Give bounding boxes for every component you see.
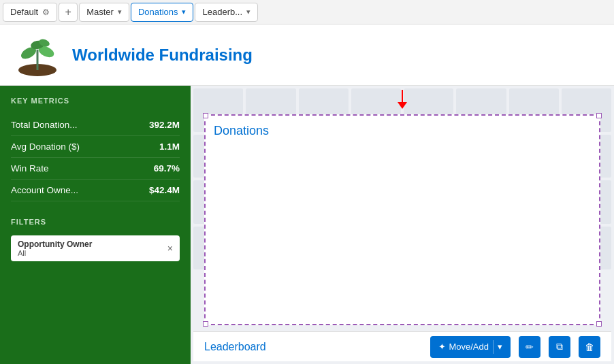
tab-master-label: Master [86,7,114,17]
filter-label: Opportunity Owner [18,239,92,249]
filter-chip-opportunity-owner: Opportunity Owner All × [11,235,180,261]
chevron-down-icon: ▾ [182,7,186,16]
donations-widget-wrapper: Donations [199,109,606,328]
right-panel: Donations Leaderboard ✦ Move/Add ▾ [191,86,614,364]
filter-value: All [18,249,92,257]
tab-default[interactable]: Default ⚙ [3,3,57,22]
tab-leaderboard[interactable]: Leaderb... ▾ [195,3,258,22]
resize-handle-br[interactable] [596,321,602,327]
tab-leaderboard-label: Leaderb... [202,7,242,17]
tab-bar: Default ⚙ + Master ▾ Donations ▾ Leaderb… [0,0,614,24]
metric-label: Win Rate [11,163,49,173]
sidebar: KEY METRICS Total Donation... 392.2M Avg… [0,86,191,364]
resize-handle-bl[interactable] [203,321,208,327]
logo [14,33,61,77]
tab-default-label: Default [10,7,38,17]
metric-avg-donation: Avg Donation ($) 1.1M [11,136,180,158]
arrow-line [402,90,403,102]
tab-donations[interactable]: Donations ▾ [131,3,194,22]
chevron-down-icon: ▾ [246,7,251,16]
drop-indicator [398,90,407,109]
metric-label: Account Owne... [11,185,78,195]
main-content: Worldwide Fundraising KEY METRICS Total … [0,24,614,364]
widgets-area: Donations [193,88,611,331]
resize-handle-tl[interactable] [203,113,208,118]
gear-icon: ⚙ [42,7,50,17]
filters-title: FILTERS [11,218,180,226]
metric-value: 1.1M [159,142,180,152]
metric-win-rate: Win Rate 69.7% [11,158,180,180]
key-metrics-title: KEY METRICS [11,97,180,105]
donations-widget-title: Donations [214,124,269,137]
filters-section: FILTERS Opportunity Owner All × [11,218,180,261]
metric-account-owner: Account Owne... $42.4M [11,180,180,201]
tab-donations-label: Donations [138,7,178,17]
resize-handle-tr[interactable] [596,113,602,118]
metric-value: 392.2M [149,120,180,130]
content-area: KEY METRICS Total Donation... 392.2M Avg… [0,86,614,364]
tab-master[interactable]: Master ▾ [79,3,129,22]
metric-total-donation: Total Donation... 392.2M [11,114,180,136]
arrow-head [398,102,407,109]
chevron-down-icon: ▾ [118,7,122,16]
donations-widget[interactable]: Donations [204,114,600,325]
metric-value: $42.4M [149,185,180,195]
page-title: Worldwide Fundraising [72,46,253,65]
app-header: Worldwide Fundraising [0,24,614,86]
metric-label: Total Donation... [11,120,78,130]
filter-close-button[interactable]: × [167,243,173,254]
metric-label: Avg Donation ($) [11,142,80,152]
plus-icon: + [65,6,71,18]
metric-value: 69.7% [154,163,180,173]
tab-add-button[interactable]: + [59,3,78,22]
